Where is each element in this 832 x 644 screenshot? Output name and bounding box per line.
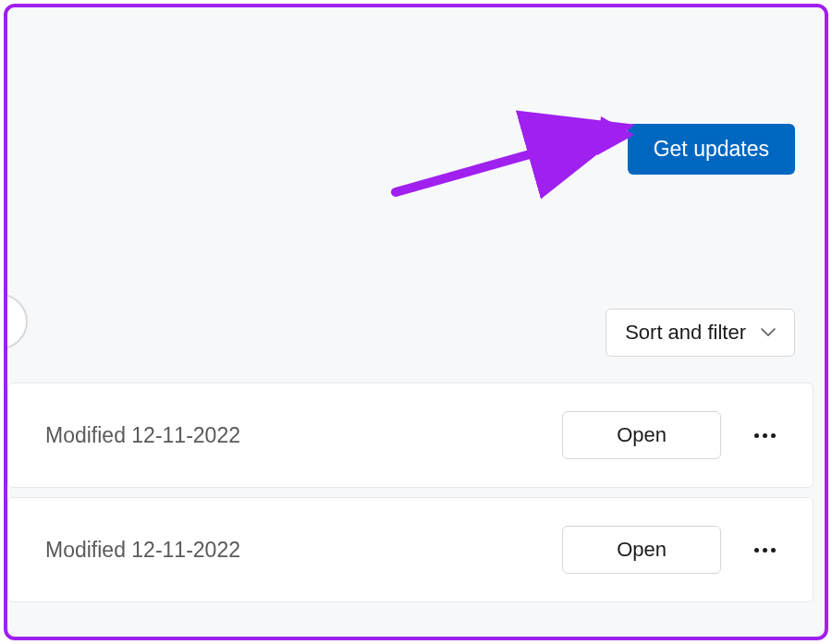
item-actions: Open	[562, 411, 783, 459]
filter-bar: Sort and filter	[7, 275, 825, 377]
ellipsis-icon	[754, 548, 759, 553]
items-list: Modified 12-11-2022 Open Modified 12-11-…	[7, 383, 825, 602]
list-item: Modified 12-11-2022 Open	[7, 497, 814, 602]
open-button[interactable]: Open	[562, 526, 721, 574]
list-item: Modified 12-11-2022 Open	[7, 383, 814, 488]
sort-filter-label: Sort and filter	[625, 321, 746, 345]
item-actions: Open	[562, 526, 783, 574]
ellipsis-icon	[754, 433, 759, 438]
ellipsis-icon	[763, 548, 767, 553]
modified-date-text: Modified 12-11-2022	[45, 538, 240, 563]
open-button[interactable]: Open	[562, 411, 721, 459]
modified-date-text: Modified 12-11-2022	[45, 423, 240, 448]
chevron-down-icon	[761, 328, 776, 337]
sort-filter-button[interactable]: Sort and filter	[606, 309, 795, 357]
more-options-button[interactable]	[747, 426, 783, 445]
ellipsis-icon	[763, 433, 767, 438]
header-area: Get updates	[7, 7, 825, 275]
more-options-button[interactable]	[747, 541, 783, 560]
get-updates-button[interactable]: Get updates	[628, 124, 795, 175]
svg-line-1	[396, 132, 608, 192]
ellipsis-icon	[771, 433, 776, 438]
partial-avatar-circle	[4, 294, 28, 349]
annotation-arrow	[377, 91, 636, 201]
app-frame: Get updates Sort and filter Modified 12-…	[4, 4, 828, 640]
ellipsis-icon	[771, 548, 776, 553]
